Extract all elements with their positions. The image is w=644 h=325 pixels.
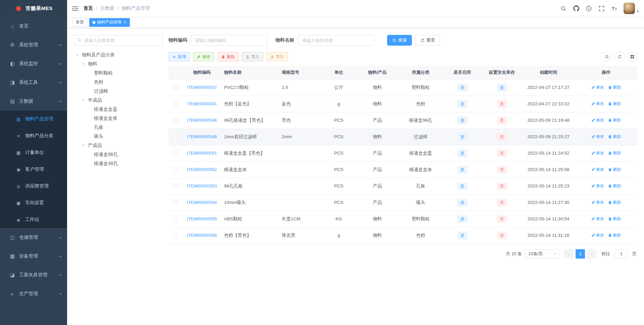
sidebar-item-tooling-fixture-management[interactable]: ◪ 工装夹具管理 xyxy=(0,266,67,284)
help-icon[interactable]: ? xyxy=(585,5,593,12)
row-checkbox[interactable] xyxy=(173,184,178,188)
sidebar-item-workshop-settings[interactable]: ▣ 车间设置 xyxy=(0,195,67,211)
item-code-link[interactable]: ITEM00000051 xyxy=(187,151,217,156)
toggle-search-button[interactable] xyxy=(602,52,612,62)
export-button[interactable]: 导出 xyxy=(266,52,288,61)
edit-link[interactable]: 修改 xyxy=(591,216,604,222)
item-code-link[interactable]: ITEM00000041 xyxy=(187,101,217,106)
tree-node[interactable]: 塑料颗粒 xyxy=(74,68,163,77)
sidebar-item-material-product-management[interactable]: ▥ 物料产品管理 xyxy=(0,111,67,127)
sidebar-item-system-monitor[interactable]: ◧ 系统监控 xyxy=(0,54,67,73)
tree-node[interactable]: 物料及产品分类 xyxy=(74,50,163,59)
import-button[interactable]: 导入 xyxy=(242,52,263,61)
edit-link[interactable]: 修改 xyxy=(591,150,604,156)
font-size-icon[interactable]: TT xyxy=(611,5,618,12)
tree-node[interactable]: 色粉 xyxy=(74,77,163,87)
caret-down-icon[interactable]: ▾ xyxy=(637,9,639,13)
breadcrumb-home[interactable]: 首页 xyxy=(84,5,93,11)
item-code-link[interactable]: ITEM00000054 xyxy=(187,200,217,205)
delete-link[interactable]: 删除 xyxy=(608,167,621,172)
sidebar-item-system-tools[interactable]: ◨ 系统工具 xyxy=(0,73,67,92)
tree-node[interactable]: 移液盒盒体 xyxy=(74,114,163,123)
delete-link[interactable]: 删除 xyxy=(608,150,621,156)
page-size-select[interactable]: 10条/页 ▾ xyxy=(525,249,559,259)
edit-button[interactable]: 修改 xyxy=(193,52,214,61)
category-search-input[interactable] xyxy=(74,35,163,46)
item-code-link[interactable]: ITEM00000037 xyxy=(187,85,217,90)
delete-link[interactable]: 删除 xyxy=(608,232,621,238)
edit-link[interactable]: 修改 xyxy=(591,167,604,172)
sidebar-item-material-product-category[interactable]: ≡ 物料产品分类 xyxy=(0,127,67,144)
close-icon[interactable]: × xyxy=(124,20,126,24)
edit-link[interactable]: 修改 xyxy=(591,101,604,107)
select-all-checkbox[interactable] xyxy=(173,70,178,75)
item-code-link[interactable]: ITEM00000056 xyxy=(187,233,217,238)
tree-node[interactable]: 物料 xyxy=(74,59,163,68)
avatar[interactable] xyxy=(624,3,635,14)
delete-button[interactable]: 删除 xyxy=(217,52,239,61)
row-checkbox[interactable] xyxy=(173,102,178,106)
row-checkbox[interactable] xyxy=(173,200,178,205)
sidebar-item-equipment-management[interactable]: ▩ 设备管理 xyxy=(0,247,67,266)
tree-node[interactable]: 半成品 xyxy=(74,96,163,105)
tree-node[interactable]: 过滤棉 xyxy=(74,87,163,96)
sidebar-item-measure-unit[interactable]: ▦ 计量单位 xyxy=(0,144,67,161)
refresh-button[interactable] xyxy=(614,52,625,62)
tab-home[interactable]: 首页 xyxy=(72,18,87,27)
delete-link[interactable]: 删除 xyxy=(608,200,621,205)
delete-link[interactable]: 删除 xyxy=(608,101,621,107)
prev-page-button[interactable]: ‹ xyxy=(564,249,574,259)
search-button[interactable]: 搜索 xyxy=(387,35,412,46)
sidebar-item-customer-management[interactable]: ◉ 客户管理 xyxy=(0,161,67,178)
row-checkbox[interactable] xyxy=(173,217,178,221)
sidebar-item-warehouse-management[interactable]: ◫ 仓储管理 xyxy=(0,228,67,247)
sidebar-item-workstation[interactable]: ◈ 工作站 xyxy=(0,211,67,228)
material-name-input[interactable] xyxy=(298,35,374,46)
delete-link[interactable]: 删除 xyxy=(608,183,621,189)
tree-node[interactable]: 孔板 xyxy=(74,123,163,132)
edit-link[interactable]: 修改 xyxy=(591,200,604,205)
item-code-link[interactable]: ITEM00000049 xyxy=(187,134,217,139)
tree-node[interactable]: 移液盒96孔 xyxy=(74,150,163,159)
sidebar-item-system-management[interactable]: ⚙ 系统管理 xyxy=(0,36,67,54)
reset-button[interactable]: 重置 xyxy=(415,35,440,46)
sidebar-item-home[interactable]: ⌂ 首页 xyxy=(0,17,67,36)
tree-node[interactable]: 移液盒48孔 xyxy=(74,159,163,168)
sidebar-item-master-data[interactable]: ▤ 主数据 xyxy=(0,92,67,111)
tree-node[interactable]: 产成品 xyxy=(74,141,163,150)
search-icon[interactable] xyxy=(560,5,567,12)
next-page-button[interactable]: › xyxy=(587,249,596,259)
columns-button[interactable] xyxy=(627,52,637,62)
tree-node[interactable]: 吸头 xyxy=(74,132,163,141)
edit-link[interactable]: 修改 xyxy=(591,85,604,90)
edit-link[interactable]: 修改 xyxy=(591,183,604,189)
item-code-link[interactable]: ITEM00000046 xyxy=(187,118,217,123)
breadcrumb-master-data[interactable]: 主数据 xyxy=(100,5,114,11)
edit-link[interactable]: 修改 xyxy=(591,232,604,238)
row-checkbox[interactable] xyxy=(173,118,178,123)
row-checkbox[interactable] xyxy=(173,134,178,139)
goto-page-input[interactable] xyxy=(614,249,628,259)
row-checkbox[interactable] xyxy=(173,85,178,90)
item-code-link[interactable]: ITEM00000053 xyxy=(187,183,217,188)
edit-link[interactable]: 修改 xyxy=(591,134,604,140)
add-button[interactable]: 新增 xyxy=(168,52,190,61)
github-icon[interactable] xyxy=(573,5,580,12)
tree-node[interactable]: 移液盒盒盖 xyxy=(74,105,163,114)
row-checkbox[interactable] xyxy=(173,167,178,172)
item-code-link[interactable]: ITEM00000055 xyxy=(187,216,217,221)
material-code-input[interactable] xyxy=(191,35,267,46)
page-1-button[interactable]: 1 xyxy=(576,249,585,259)
row-checkbox[interactable] xyxy=(173,233,178,238)
delete-link[interactable]: 删除 xyxy=(608,117,621,123)
delete-link[interactable]: 删除 xyxy=(608,216,621,222)
delete-link[interactable]: 删除 xyxy=(608,134,621,140)
row-checkbox[interactable] xyxy=(173,151,178,156)
sidebar-item-production-management[interactable]: ◐ 生产管理 xyxy=(0,284,67,303)
tab-material-product-management[interactable]: 物料产品管理 × xyxy=(89,18,130,27)
edit-link[interactable]: 修改 xyxy=(591,117,604,123)
menu-fold-icon[interactable] xyxy=(67,0,84,17)
delete-link[interactable]: 删除 xyxy=(608,85,621,90)
sidebar-item-supplier-management[interactable]: ◎ 供应商管理 xyxy=(0,178,67,195)
item-code-link[interactable]: ITEM00000052 xyxy=(187,167,217,172)
